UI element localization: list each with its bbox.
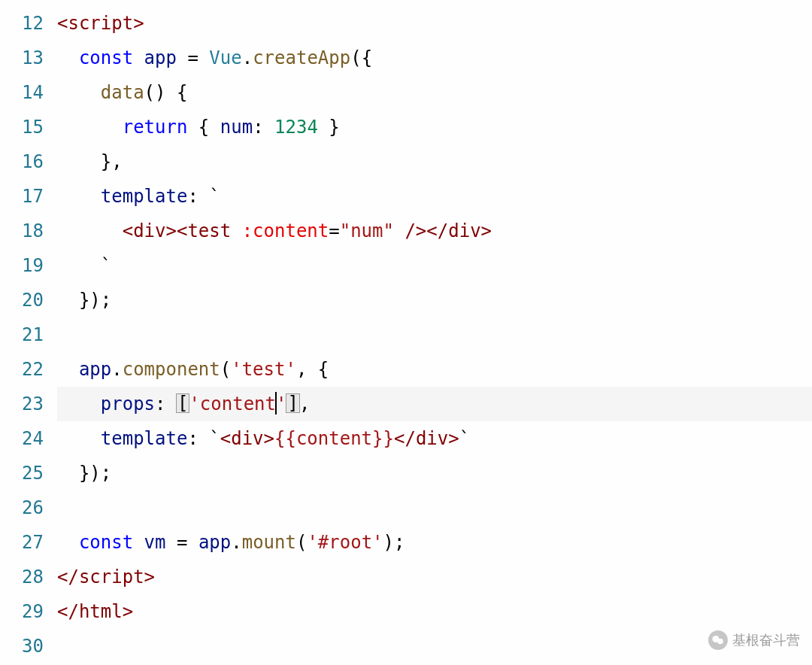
code-editor: 12 13 14 15 16 17 18 19 20 21 22 23 24 2…	[0, 0, 812, 665]
svg-point-1	[717, 639, 723, 645]
code-line	[57, 317, 812, 352]
code-line: const vm = app.mount('#root');	[57, 525, 812, 560]
code-line: template: `	[57, 179, 812, 214]
line-number: 17	[0, 179, 57, 214]
code-line	[57, 629, 812, 663]
watermark: 基根奋斗营	[708, 630, 800, 650]
code-line: });	[57, 283, 812, 317]
line-number: 23	[0, 387, 57, 421]
line-number: 15	[0, 110, 57, 144]
bracket-match-icon: [	[176, 393, 189, 413]
line-number: 28	[0, 560, 57, 594]
code-line: app.component('test', {	[57, 352, 812, 387]
line-number: 13	[0, 41, 57, 75]
line-number: 12	[0, 6, 57, 41]
code-line	[57, 490, 812, 525]
line-number: 21	[0, 317, 57, 352]
line-number: 25	[0, 456, 57, 490]
code-line: template: `<div>{{content}}</div>`	[57, 421, 812, 456]
code-line: <div><test :content="num" /></div>	[57, 214, 812, 248]
code-line: `	[57, 248, 812, 283]
code-line: </html>	[57, 594, 812, 629]
code-line: </script>	[57, 560, 812, 594]
line-number: 19	[0, 248, 57, 283]
line-number: 16	[0, 144, 57, 179]
line-number: 26	[0, 490, 57, 525]
code-line: });	[57, 456, 812, 490]
code-line: const app = Vue.createApp({	[57, 41, 812, 75]
code-line: },	[57, 144, 812, 179]
line-number: 27	[0, 525, 57, 560]
wechat-icon	[708, 630, 728, 650]
code-area[interactable]: <script> const app = Vue.createApp({ dat…	[57, 0, 812, 665]
line-number: 20	[0, 283, 57, 317]
line-number: 14	[0, 75, 57, 110]
code-line-current: props: ['content'],	[57, 387, 812, 421]
line-number: 18	[0, 214, 57, 248]
line-number: 22	[0, 352, 57, 387]
line-gutter: 12 13 14 15 16 17 18 19 20 21 22 23 24 2…	[0, 0, 57, 665]
watermark-text: 基根奋斗营	[732, 631, 800, 649]
code-line: <script>	[57, 6, 812, 41]
line-number: 29	[0, 594, 57, 629]
line-number: 30	[0, 629, 57, 663]
code-line: return { num: 1234 }	[57, 110, 812, 144]
bracket-match-icon: ]	[286, 393, 299, 413]
text-cursor-icon	[275, 392, 277, 414]
code-line: data() {	[57, 75, 812, 110]
line-number: 24	[0, 421, 57, 456]
